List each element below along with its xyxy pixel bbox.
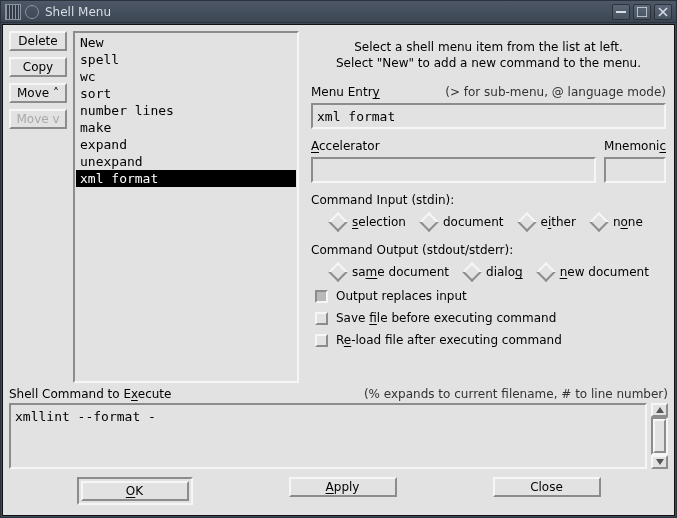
radio-label: document (443, 215, 504, 229)
radio-label: dialog (486, 265, 523, 279)
move-down-button[interactable]: Move v (9, 109, 67, 129)
sticky-icon[interactable] (25, 5, 39, 19)
radio-label: none (613, 215, 643, 229)
radio-icon (419, 212, 439, 232)
radio-label: either (541, 215, 576, 229)
save-before-label: Save file before executing command (336, 311, 556, 325)
apply-button[interactable]: Apply (289, 477, 397, 497)
move-up-button[interactable]: Move ˄ (9, 83, 67, 103)
command-textarea[interactable]: xmllint --format - (9, 403, 647, 469)
radio-label: selection (352, 215, 406, 229)
radio-icon (462, 262, 482, 282)
side-button-column: Delete Copy Move ˄ Move v (9, 31, 67, 383)
radio-option[interactable]: document (422, 215, 504, 229)
reload-check[interactable]: Re-load file after executing command (311, 331, 666, 349)
close-window-button[interactable] (654, 4, 672, 20)
scroll-up-button[interactable] (651, 403, 668, 417)
button-bar: OK Apply Close (9, 469, 668, 509)
details-panel: Select a shell menu item from the list a… (305, 31, 668, 383)
accelerator-input[interactable] (311, 157, 596, 183)
list-item[interactable]: wc (76, 68, 296, 85)
checkbox-icon (315, 334, 328, 347)
radio-option[interactable]: selection (331, 215, 406, 229)
cmd-input-radio-group: selectiondocumenteithernone (311, 211, 666, 233)
radio-option[interactable]: either (520, 215, 576, 229)
window: Shell Menu Delete Copy Move ˄ Move v New… (0, 0, 677, 518)
minimize-button[interactable] (612, 4, 630, 20)
svg-rect-1 (637, 7, 647, 17)
radio-icon (328, 262, 348, 282)
list-item[interactable]: sort (76, 85, 296, 102)
list-item[interactable]: number lines (76, 102, 296, 119)
ok-button[interactable]: OK (81, 481, 189, 501)
list-item[interactable]: spell (76, 51, 296, 68)
radio-icon (517, 212, 537, 232)
radio-icon (328, 212, 348, 232)
checkbox-icon (315, 312, 328, 325)
checkbox-icon (315, 290, 328, 303)
radio-label: same document (352, 265, 449, 279)
menu-listbox[interactable]: Newspellwcsortnumber linesmakeexpandunex… (73, 31, 299, 383)
radio-icon (536, 262, 556, 282)
delete-button[interactable]: Delete (9, 31, 67, 51)
scroll-thumb[interactable] (653, 419, 666, 453)
titlebar[interactable]: Shell Menu (1, 1, 676, 23)
menu-entry-label: Menu Entry (311, 85, 380, 99)
radio-label: new document (560, 265, 649, 279)
accelerator-label: Accelerator (311, 139, 380, 153)
close-button[interactable]: Close (493, 477, 601, 497)
list-item[interactable]: unexpand (76, 153, 296, 170)
cmd-input-label: Command Input (stdin): (311, 193, 666, 207)
list-item[interactable]: New (76, 34, 296, 51)
command-label: Shell Command to Execute (9, 387, 171, 401)
intro-line2: Select "New" to add a new command to the… (311, 55, 666, 71)
window-title: Shell Menu (45, 5, 609, 19)
radio-option[interactable]: same document (331, 265, 449, 279)
scroll-down-button[interactable] (651, 455, 668, 469)
app-icon (5, 4, 21, 20)
svg-rect-0 (616, 11, 626, 13)
list-item[interactable]: xml format (76, 170, 296, 187)
scroll-track[interactable] (651, 417, 668, 455)
menu-entry-input[interactable]: xml format (311, 103, 666, 129)
radio-option[interactable]: new document (539, 265, 649, 279)
command-section: Shell Command to Execute (% expands to c… (9, 387, 668, 469)
output-replaces-check[interactable]: Output replaces input (311, 287, 666, 305)
reload-label: Re-load file after executing command (336, 333, 562, 347)
mnemonic-input[interactable] (604, 157, 666, 183)
save-before-check[interactable]: Save file before executing command (311, 309, 666, 327)
default-button-ring: OK (77, 477, 193, 505)
output-replaces-label: Output replaces input (336, 289, 467, 303)
cmd-output-radio-group: same documentdialognew document (311, 261, 666, 283)
mnemonic-label: Mnemonic (604, 139, 666, 153)
radio-option[interactable]: dialog (465, 265, 523, 279)
maximize-button[interactable] (633, 4, 651, 20)
radio-option[interactable]: none (592, 215, 643, 229)
radio-icon (589, 212, 609, 232)
copy-button[interactable]: Copy (9, 57, 67, 77)
command-scrollbar[interactable] (651, 403, 668, 469)
list-item[interactable]: make (76, 119, 296, 136)
command-hint: (% expands to current filename, # to lin… (364, 387, 668, 401)
menu-entry-hint: (> for sub-menu, @ language mode) (445, 85, 666, 99)
list-item[interactable]: expand (76, 136, 296, 153)
client-area: Delete Copy Move ˄ Move v Newspellwcsort… (2, 24, 675, 516)
intro-line1: Select a shell menu item from the list a… (311, 39, 666, 55)
intro-text: Select a shell menu item from the list a… (311, 39, 666, 71)
cmd-output-label: Command Output (stdout/stderr): (311, 243, 666, 257)
